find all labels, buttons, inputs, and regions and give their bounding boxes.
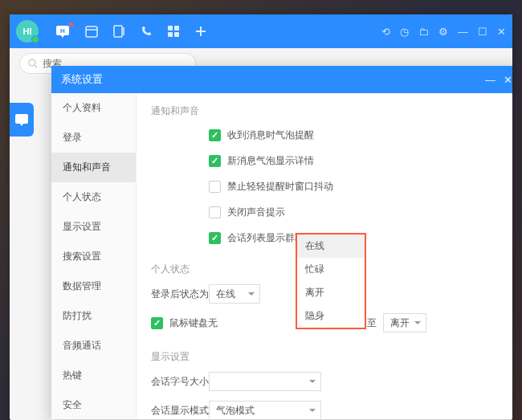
svg-rect-14: [15, 114, 28, 124]
sidebar-item-notify[interactable]: 通知和声音: [51, 153, 136, 182]
login-status-select[interactable]: 在线: [209, 284, 260, 304]
svg-line-13: [35, 65, 37, 67]
sidebar-item-status[interactable]: 个人状态: [51, 182, 136, 212]
app-window: HI H ⟲ ◷ 🗀 ⚙ — ☐ ✕ 系统设置: [10, 14, 512, 420]
font-size-select[interactable]: [209, 372, 321, 391]
sidebar-item-display[interactable]: 显示设置: [51, 212, 136, 242]
checkbox-no-shake[interactable]: [209, 181, 221, 193]
option-label: 关闭声音提示: [227, 206, 285, 219]
idle-switch-select[interactable]: 离开: [383, 313, 426, 332]
svg-text:H: H: [60, 27, 65, 35]
contacts-icon[interactable]: [112, 24, 125, 39]
phone-icon[interactable]: [140, 24, 153, 39]
checkbox-group-helper[interactable]: [209, 232, 221, 244]
sidebar-item-audio[interactable]: 音频通话: [51, 331, 136, 361]
section-display-title: 显示设置: [151, 350, 508, 364]
option-label: 收到消息时气泡提醒: [227, 128, 314, 142]
sidebar-item-login[interactable]: 登录: [51, 123, 136, 153]
sidebar-item-hotkey[interactable]: 热键: [51, 361, 136, 390]
idle-prefix-label: 鼠标键盘无: [169, 316, 218, 330]
maximize-icon[interactable]: ☐: [478, 26, 487, 38]
svg-point-12: [29, 59, 35, 66]
dialog-title: 系统设置: [61, 72, 103, 87]
svg-rect-6: [168, 26, 173, 31]
option-label: 新消息气泡显示详情: [227, 154, 314, 168]
user-avatar[interactable]: HI: [16, 20, 39, 43]
svg-rect-9: [174, 32, 179, 37]
settings-icon[interactable]: ⚙: [438, 26, 448, 38]
sidebar-item-dnd[interactable]: 防打扰: [51, 301, 136, 331]
option-label: 禁止轻轻提醒时窗口抖动: [227, 180, 333, 194]
folder-icon[interactable]: 🗀: [418, 26, 429, 38]
calendar-icon[interactable]: [85, 24, 98, 39]
display-mode-select[interactable]: 气泡模式: [209, 401, 321, 419]
titlebar: HI H ⟲ ◷ 🗀 ⚙ — ☐ ✕: [10, 14, 512, 48]
plus-icon[interactable]: [194, 24, 207, 39]
dropdown-item-busy[interactable]: 忙碌: [297, 258, 365, 281]
dialog-close-icon[interactable]: ✕: [504, 74, 512, 86]
dropdown-item-online[interactable]: 在线: [297, 234, 365, 258]
section-notify-title: 通知和声音: [151, 101, 508, 118]
checkbox-bubble-remind[interactable]: [209, 129, 221, 141]
settings-dialog: 系统设置 — ✕ 个人资料 登录 通知和声音 个人状态 显示设置 搜索设置 数据…: [51, 66, 512, 419]
checkbox-bubble-detail[interactable]: [209, 155, 221, 167]
dropdown-item-invisible[interactable]: 隐身: [297, 304, 365, 328]
checkbox-idle-switch[interactable]: [151, 317, 163, 329]
svg-rect-8: [168, 32, 173, 37]
refresh-icon[interactable]: ⟲: [381, 26, 390, 38]
close-icon[interactable]: ✕: [497, 26, 506, 38]
sidebar-item-security[interactable]: 安全: [51, 390, 136, 419]
history-icon[interactable]: ◷: [400, 26, 409, 38]
sidebar-item-data[interactable]: 数据管理: [51, 271, 136, 301]
dialog-minimize-icon[interactable]: —: [485, 74, 495, 86]
svg-rect-4: [114, 26, 122, 37]
svg-rect-7: [174, 26, 179, 31]
svg-rect-2: [86, 27, 97, 37]
sidebar-item-profile[interactable]: 个人资料: [51, 93, 136, 123]
apps-icon[interactable]: [167, 24, 180, 39]
dialog-header: 系统设置 — ✕: [51, 66, 512, 93]
sidebar-pill[interactable]: [10, 103, 34, 137]
checkbox-mute-sound[interactable]: [209, 206, 221, 218]
sidebar-item-search[interactable]: 搜索设置: [51, 242, 136, 271]
chat-icon[interactable]: H: [55, 24, 71, 39]
dropdown-item-away[interactable]: 离开: [297, 281, 365, 304]
settings-sidebar: 个人资料 登录 通知和声音 个人状态 显示设置 搜索设置 数据管理 防打扰 音频…: [51, 93, 137, 419]
status-dropdown: 在线 忙碌 离开 隐身: [296, 233, 366, 329]
minimize-icon[interactable]: —: [458, 26, 468, 38]
